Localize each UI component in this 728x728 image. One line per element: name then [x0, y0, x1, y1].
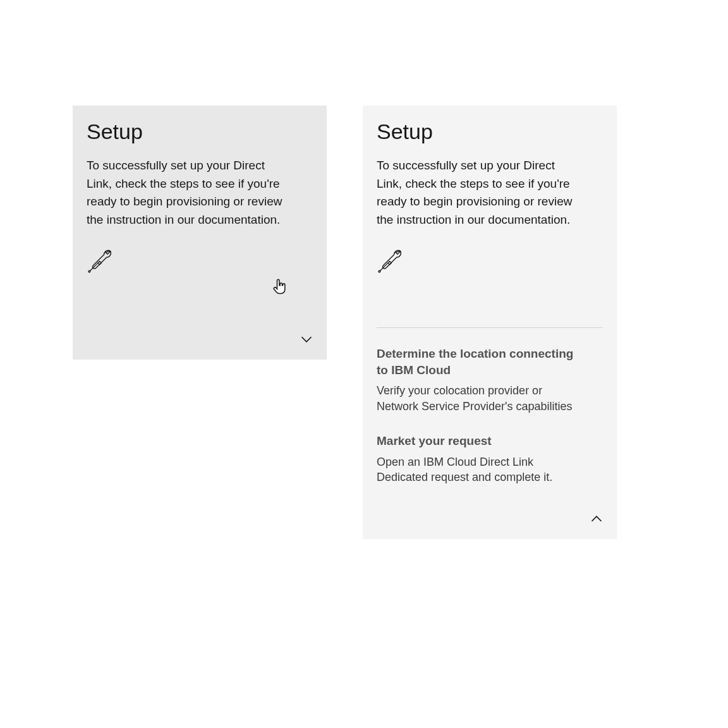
- tools-icon: [377, 246, 603, 277]
- tools-icon: [87, 246, 313, 277]
- setup-card-collapsed[interactable]: Setup To successfully set up your Direct…: [73, 106, 327, 360]
- card-title: Setup: [377, 119, 603, 144]
- divider: [377, 327, 603, 328]
- step-body: Open an IBM Cloud Direct Link Dedicated …: [377, 454, 579, 485]
- expand-toggle[interactable]: [300, 333, 313, 346]
- setup-step: Market your request Open an IBM Cloud Di…: [377, 433, 579, 485]
- step-title: Market your request: [377, 433, 579, 449]
- collapse-toggle[interactable]: [590, 513, 603, 525]
- card-description: To successfully set up your Direct Link,…: [377, 157, 579, 229]
- card-description: To successfully set up your Direct Link,…: [87, 157, 289, 229]
- setup-card-expanded[interactable]: Setup To successfully set up your Direct…: [363, 106, 617, 539]
- step-body: Verify your colocation provider or Netwo…: [377, 383, 579, 414]
- svg-point-0: [88, 270, 90, 272]
- card-title: Setup: [87, 119, 313, 144]
- setup-step: Determine the location connecting to IBM…: [377, 346, 579, 414]
- step-title: Determine the location connecting to IBM…: [377, 346, 579, 378]
- svg-point-1: [379, 270, 380, 272]
